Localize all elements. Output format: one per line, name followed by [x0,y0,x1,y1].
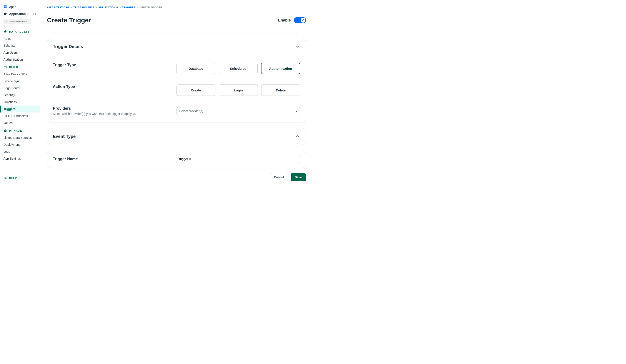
enable-label: Enable [278,18,291,23]
providers-select[interactable]: Select provider(s)... [176,107,300,115]
trigger-name-card: Trigger Name [47,150,306,168]
chevron-up-icon [295,134,300,139]
breadcrumb-link-triggers[interactable]: TRIGGERS [122,6,135,9]
trigger-details-body: Trigger Type Database Scheduled Authenti… [47,55,306,122]
action-type-option-delete[interactable]: Delete [261,84,300,96]
sidebar-item-linked-data-sources[interactable]: Linked Data Sources [0,134,40,141]
breadcrumb-separator: > [137,6,138,9]
breadcrumb-separator: > [95,6,97,9]
trigger-type-label: Trigger Type [53,63,171,67]
sidebar-item-edge-server[interactable]: Edge Server [0,85,40,92]
sidebar-item-logs[interactable]: Logs [0,148,40,155]
sidebar-item-functions[interactable]: Functions [0,99,40,106]
save-button[interactable]: Save [291,173,306,181]
breadcrumb-current: CREATE TRIGGER [140,6,162,9]
trigger-type-option-database[interactable]: Database [176,63,215,74]
apps-label: Apps [9,5,16,9]
footer-actions: Cancel Save [47,173,306,181]
section-manage: MANAGE [0,126,40,134]
apps-icon [3,5,7,9]
help-label: HELP [9,177,17,180]
providers-description: Select which provider(s) you want this a… [53,112,171,115]
sidebar-item-graphql[interactable]: GraphQL [0,92,40,99]
action-type-label: Action Type [53,84,171,89]
sidebar-item-app-settings[interactable]: App Settings [0,155,40,162]
trigger-details-card: Trigger Details Trigger Type Database Sc… [47,38,306,123]
section-build: BUILD [0,63,40,71]
home-icon [3,12,7,16]
providers-select-placeholder: Select provider(s)... [179,109,206,113]
section-data-access: DATA ACCESS [0,27,40,35]
toggle-knob [301,18,305,23]
card-title: Event Type [53,134,76,139]
event-type-card: Event Type [47,128,306,145]
svg-rect-2 [4,7,5,8]
chevron-down-icon [295,44,300,49]
breadcrumb: ATLAS-TEST-ORG> TRIGGERS-TEST> APPLICATI… [47,6,306,9]
main-content: ATLAS-TEST-ORG> TRIGGERS-TEST> APPLICATI… [40,0,313,182]
svg-rect-1 [5,5,6,6]
svg-rect-0 [4,5,5,6]
enable-toggle[interactable] [294,17,306,23]
action-type-options: Create Login Delete [176,84,300,96]
trigger-type-row: Trigger Type Database Scheduled Authenti… [53,63,300,74]
svg-point-7 [5,178,6,179]
environment-badge: NO ENVIRONMENT [3,19,31,24]
trigger-name-label: Trigger Name [53,157,176,161]
sidebar-item-atlas-device-sdk[interactable]: Atlas Device SDK [0,71,40,78]
caret-down-icon [295,109,297,113]
svg-rect-5 [4,67,6,68]
action-type-option-create[interactable]: Create [176,84,215,96]
breadcrumb-separator: > [119,6,121,9]
apps-link[interactable]: Apps [0,3,40,10]
cancel-button[interactable]: Cancel [270,173,288,181]
sidebar-item-https-endpoints[interactable]: HTTPS Endpoints [0,112,40,119]
life-ring-icon [3,176,7,180]
trigger-type-option-scheduled[interactable]: Scheduled [219,63,257,74]
sidebar-item-triggers[interactable]: Triggers [0,106,40,112]
name-card-body: Trigger Name [47,150,306,168]
section-title: DATA ACCESS [9,30,30,33]
sidebar-item-rules[interactable]: Rules [0,35,40,42]
laptop-icon [3,66,7,69]
section-title: BUILD [9,66,18,69]
providers-row: Providers Select which provider(s) you w… [53,106,300,115]
providers-label: Providers [53,106,171,111]
trigger-name-input[interactable] [176,155,300,163]
check-icon [302,18,304,22]
copy-icon[interactable] [33,12,36,16]
sidebar-item-authentication[interactable]: Authentication [0,56,40,63]
providers-control: Select provider(s)... [176,107,300,115]
section-title: MANAGE [9,129,22,132]
breadcrumb-link-project[interactable]: TRIGGERS-TEST [74,6,94,9]
help-button[interactable]: HELP [0,174,40,182]
cloud-icon [3,30,7,34]
action-type-option-login[interactable]: Login [219,84,258,96]
event-type-header[interactable]: Event Type [47,128,306,145]
trigger-type-options: Database Scheduled Authentication [176,63,300,74]
sidebar-item-device-sync[interactable]: Device Sync [0,78,40,85]
card-title: Trigger Details [53,44,83,49]
trigger-type-option-authentication[interactable]: Authentication [261,63,300,74]
sidebar-item-deployment[interactable]: Deployment [0,141,40,148]
sidebar-item-values[interactable]: Values [0,119,40,126]
page-title: Create Trigger [47,16,91,24]
breadcrumb-separator: > [71,6,72,9]
sidebar: Apps Application-0 NO ENVIRONMENT DATA A… [0,0,40,182]
gear-icon [3,129,7,133]
enable-control: Enable [278,17,306,23]
svg-rect-3 [5,7,6,8]
svg-point-6 [4,177,6,180]
sidebar-item-app-users[interactable]: App Users [0,49,40,56]
breadcrumb-link-org[interactable]: ATLAS-TEST-ORG [47,6,69,9]
svg-rect-4 [34,13,36,15]
current-app-row[interactable]: Application-0 [0,10,40,17]
action-type-row: Action Type Create Login Delete [53,84,300,96]
app-name: Application-0 [9,12,29,16]
sidebar-item-schema[interactable]: Schema [0,42,40,49]
trigger-details-header[interactable]: Trigger Details [47,38,306,55]
trigger-name-row: Trigger Name [53,155,300,163]
breadcrumb-link-app[interactable]: APPLICATION-0 [98,6,118,9]
page-header: Create Trigger Enable [47,12,306,33]
